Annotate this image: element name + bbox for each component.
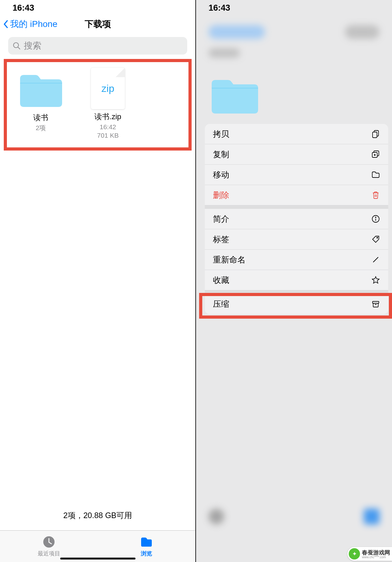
menu-label: 压缩 [213, 299, 229, 310]
menu-label: 收藏 [213, 275, 229, 286]
zip-file-time: 16:42 [100, 123, 116, 131]
tab-browse[interactable]: 浏览 [98, 531, 196, 562]
watermark-url: www.chc****.com [362, 555, 390, 559]
page-title: 下载项 [85, 18, 111, 30]
svg-line-1 [18, 47, 20, 49]
home-indicator[interactable] [60, 558, 135, 559]
menu-label: 复制 [213, 149, 229, 160]
menu-label: 移动 [213, 169, 229, 180]
info-icon [371, 215, 380, 223]
screen-left-files-app: 16:43 我的 iPhone 下载项 搜索 读书 2项 zi [0, 0, 196, 562]
zip-file-name: 读书.zip [94, 112, 121, 122]
search-icon [13, 42, 21, 50]
svg-point-0 [13, 43, 19, 48]
clock-icon [42, 535, 56, 549]
zip-file-size: 701 KB [97, 131, 119, 140]
menu-label: 简介 [213, 214, 229, 225]
watermark: ✦ 春蚕游戏网 www.chc****.com [347, 547, 392, 561]
pencil-icon [371, 255, 380, 264]
archive-icon [371, 300, 380, 309]
star-icon [371, 276, 380, 284]
tag-icon [371, 235, 380, 244]
zip-file-icon: zip [91, 68, 125, 109]
screen-right-context-menu: 16:43 拷贝 复制 移动 删除 简介 标签 [196, 0, 392, 562]
menu-label: 删除 [213, 190, 229, 201]
zip-file-item[interactable]: zip 读书.zip 16:42 701 KB [83, 68, 133, 140]
tab-recent[interactable]: 最近项目 [0, 531, 98, 562]
folder-preview-icon [210, 77, 260, 114]
folder-icon [371, 170, 380, 179]
svg-point-9 [377, 237, 378, 238]
folder-item[interactable]: 读书 2项 [16, 68, 66, 140]
menu-item-info[interactable]: 简介 [205, 209, 388, 229]
nav-bar: 我的 iPhone 下载项 [0, 16, 195, 34]
search-placeholder: 搜索 [24, 40, 41, 52]
folder-icon [18, 72, 64, 108]
menu-item-duplicate[interactable]: 复制 [205, 144, 388, 165]
storage-summary: 2项，20.88 GB可用 [0, 506, 195, 524]
zip-badge-text: zip [102, 83, 114, 94]
status-time: 16:43 [13, 3, 34, 13]
svg-rect-10 [373, 301, 379, 303]
menu-item-rename[interactable]: 重新命名 [205, 250, 388, 270]
search-input[interactable]: 搜索 [8, 37, 187, 55]
copy-icon [371, 130, 380, 138]
menu-label: 重新命名 [213, 254, 246, 265]
menu-item-compress[interactable]: 压缩 [205, 294, 388, 314]
menu-label: 拷贝 [213, 129, 229, 140]
back-button[interactable]: 我的 iPhone [3, 18, 57, 30]
status-bar: 16:43 [196, 0, 392, 16]
menu-item-move[interactable]: 移动 [205, 165, 388, 185]
duplicate-icon [371, 150, 380, 159]
context-menu: 拷贝 复制 移动 删除 简介 标签 重新命名 收藏 [205, 124, 388, 314]
svg-point-8 [375, 217, 376, 218]
folder-meta: 2项 [36, 124, 46, 132]
trash-icon [371, 191, 380, 199]
tab-recent-label: 最近项目 [38, 550, 60, 557]
menu-item-copy[interactable]: 拷贝 [205, 124, 388, 144]
chevron-left-icon [3, 20, 9, 29]
folder-tab-icon [140, 535, 153, 549]
menu-item-tags[interactable]: 标签 [205, 229, 388, 250]
menu-item-favorite[interactable]: 收藏 [205, 270, 388, 290]
tab-browse-label: 浏览 [141, 550, 152, 557]
menu-separator [205, 205, 388, 209]
status-bar: 16:43 [0, 0, 195, 16]
back-label: 我的 iPhone [10, 18, 57, 30]
watermark-logo-icon: ✦ [349, 548, 360, 559]
status-time: 16:43 [209, 3, 230, 13]
tab-bar: 最近项目 浏览 [0, 531, 195, 562]
folder-name: 读书 [33, 113, 48, 123]
menu-label: 标签 [213, 234, 229, 245]
svg-rect-4 [373, 132, 377, 138]
highlight-box-files: 读书 2项 zip 读书.zip 16:42 701 KB [4, 59, 192, 151]
menu-separator [205, 290, 388, 294]
menu-item-delete[interactable]: 删除 [205, 185, 388, 205]
